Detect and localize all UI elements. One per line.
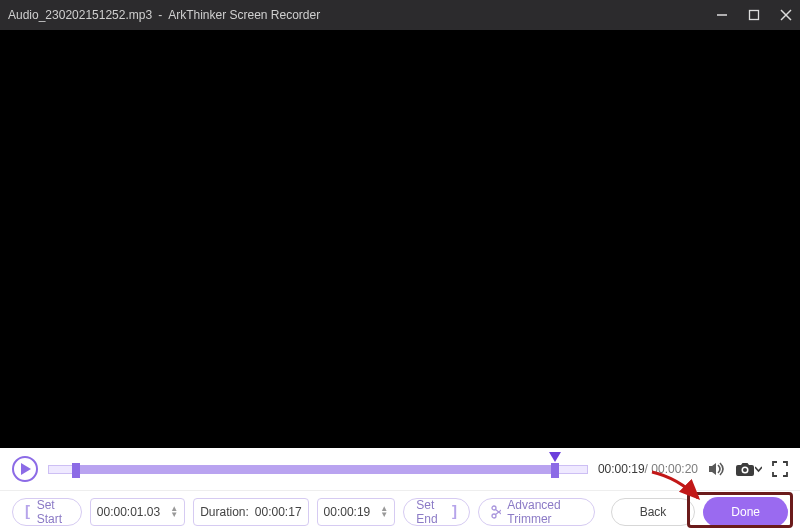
progress-selection [76,465,555,474]
duration-value: 00:00:17 [255,505,302,519]
scissors-icon [491,505,501,519]
current-time: 00:00:19 [598,462,645,476]
start-time-stepper[interactable]: ▲▼ [170,506,178,518]
svg-rect-1 [750,11,759,20]
end-time-value: 00:00:19 [324,505,371,519]
trim-end-handle[interactable] [551,463,559,478]
trim-toolbar: [ Set Start 00:00:01.03 ▲▼ Duration: 00:… [0,490,800,532]
start-time-value: 00:00:01.03 [97,505,160,519]
end-time-stepper[interactable]: ▲▼ [380,506,388,518]
bracket-left-icon: [ [25,502,30,521]
playback-controls: 00:00:19/ 00:00:20 [0,448,800,490]
volume-icon [708,461,726,477]
fullscreen-button[interactable] [772,461,788,477]
trim-start-handle[interactable] [72,463,80,478]
file-name: Audio_230202151252.mp3 [8,8,152,22]
start-time-field[interactable]: 00:00:01.03 ▲▼ [90,498,185,526]
back-button[interactable]: Back [611,498,696,526]
minimize-button[interactable] [716,9,728,21]
duration-display: Duration: 00:00:17 [193,498,308,526]
close-button[interactable] [780,9,792,21]
duration-label: Duration: [200,505,249,519]
title-bar: Audio_230202151252.mp3 - ArkThinker Scre… [0,0,800,30]
total-time: 00:00:20 [651,462,698,476]
svg-point-5 [743,468,747,472]
maximize-button[interactable] [748,9,760,21]
advanced-trimmer-button[interactable]: Advanced Trimmer [478,498,595,526]
snapshot-button[interactable] [736,462,762,476]
app-name: ArkThinker Screen Recorder [168,8,320,22]
camera-icon [736,462,754,476]
preview-area [0,30,800,448]
play-button[interactable] [12,456,38,482]
set-start-button[interactable]: [ Set Start [12,498,82,526]
time-display: 00:00:19/ 00:00:20 [598,462,698,476]
playhead-icon[interactable] [549,452,561,462]
end-time-field[interactable]: 00:00:19 ▲▼ [317,498,396,526]
set-end-label: Set End [416,498,445,526]
advanced-trimmer-label: Advanced Trimmer [507,498,581,526]
title-separator: - [158,8,162,22]
set-start-label: Set Start [37,498,69,526]
bracket-right-icon: ] [452,502,457,521]
play-icon [20,463,31,475]
svg-point-6 [492,506,496,510]
done-button[interactable]: Done [703,497,788,527]
progress-bar[interactable] [48,455,588,483]
fullscreen-icon [772,461,788,477]
set-end-button[interactable]: Set End ] [403,498,470,526]
chevron-down-icon [755,462,762,476]
volume-button[interactable] [708,461,726,477]
svg-point-7 [492,514,496,518]
